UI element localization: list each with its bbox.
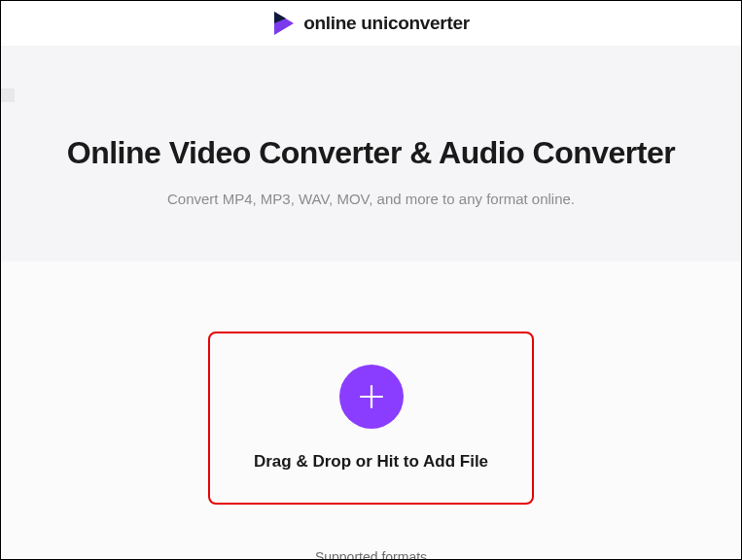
brand-name: online uniconverter <box>303 13 470 34</box>
header: online uniconverter <box>1 1 741 46</box>
dropzone-label: Drag & Drop or Hit to Add File <box>254 452 488 472</box>
add-file-button[interactable] <box>339 365 404 429</box>
upload-section: Drag & Drop or Hit to Add File Supported… <box>1 262 741 560</box>
supported-formats-link[interactable]: Supported formats <box>315 549 427 560</box>
page-subtitle: Convert MP4, MP3, WAV, MOV, and more to … <box>20 191 722 207</box>
plus-icon <box>355 380 388 413</box>
file-dropzone[interactable]: Drag & Drop or Hit to Add File <box>208 332 534 505</box>
hero-section: Online Video Converter & Audio Converter… <box>1 46 741 262</box>
page-title: Online Video Converter & Audio Converter <box>20 135 722 171</box>
cropped-fragment <box>1 88 15 102</box>
brand-logo-icon <box>272 11 296 36</box>
